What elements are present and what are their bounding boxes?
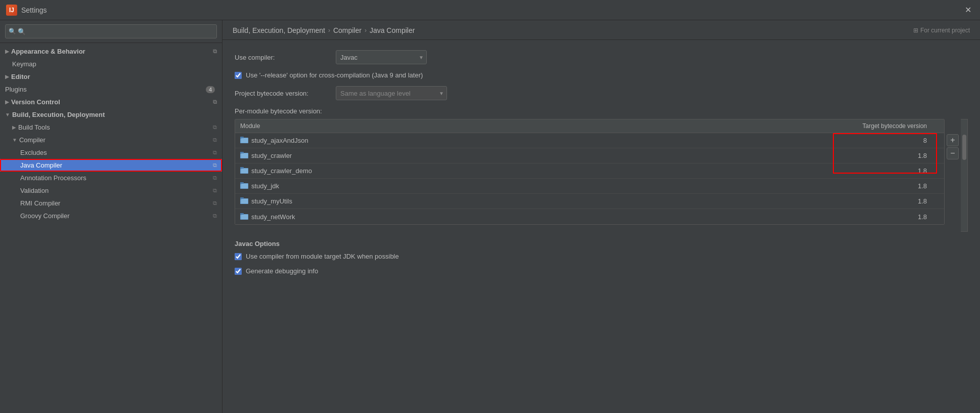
svg-rect-8 (241, 169, 248, 173)
table-body: study_ajaxAndJson 8 (235, 133, 944, 224)
sidebar-item-label: Plugins (5, 86, 206, 93)
module-version: 1.8 (833, 195, 944, 208)
module-name: study_netWork (235, 210, 833, 224)
folder-icon (240, 197, 248, 205)
module-table: Module Target bytecode version (235, 119, 945, 225)
sidebar-item-label: Groovy Compiler (20, 212, 213, 220)
sidebar-item-java-compiler[interactable]: Java Compiler ⧉ (0, 159, 222, 172)
javac-checkbox1[interactable] (235, 253, 242, 260)
folder-icon (240, 167, 248, 175)
copy-icon: ⧉ (213, 187, 217, 194)
table-row[interactable]: study_crawler_demo 1.8 (235, 163, 944, 179)
chevron-right-icon: ▶ (5, 49, 9, 54)
sidebar-item-keymap[interactable]: Keymap (0, 58, 222, 70)
table-header: Module Target bytecode version (235, 119, 944, 133)
panel-content: Use compiler: Javac ▼ Use '--release' op… (222, 40, 980, 413)
bytecode-version-label: Project bytecode version: (235, 90, 336, 97)
module-name: study_crawler_demo (235, 164, 833, 178)
svg-rect-17 (241, 215, 248, 219)
javac-options-section: Javac Options Use compiler from module t… (235, 240, 968, 275)
close-button[interactable]: ✕ (962, 4, 974, 16)
per-module-section: Per-module bytecode version: Module Targ… (235, 107, 968, 232)
sidebar-item-build-exec[interactable]: ▼ Build, Execution, Deployment (0, 108, 222, 121)
breadcrumb-part-1: Build, Execution, Deployment (233, 26, 325, 34)
chevron-right-icon: ▶ (5, 99, 9, 105)
sidebar-tree: ▶ Appearance & Behavior ⧉ Keymap ▶ Edito… (0, 43, 222, 413)
table-row[interactable]: study_netWork 1.8 (235, 209, 944, 224)
sidebar-item-validation[interactable]: Validation ⧉ (0, 184, 222, 197)
svg-rect-2 (241, 138, 248, 143)
bytecode-version-row: Project bytecode version: Same as langua… (235, 86, 968, 100)
bytecode-version-select[interactable]: Same as language level (336, 86, 447, 100)
titlebar: IJ Settings ✕ (0, 0, 980, 20)
chevron-right-icon: ▶ (5, 74, 9, 79)
sidebar-item-build-tools[interactable]: ▶ Build Tools ⧉ (0, 121, 222, 134)
sidebar: 🔍 ▶ Appearance & Behavior ⧉ Keymap ▶ (0, 20, 222, 413)
breadcrumb-part-3: Java Compiler (370, 26, 415, 34)
chevron-down-icon: ▼ (12, 137, 17, 143)
javac-checkbox1-row: Use compiler from module target JDK when… (235, 253, 968, 260)
search-icon: 🔍 (9, 28, 16, 35)
plugins-badge: 4 (206, 86, 215, 93)
search-wrapper: 🔍 (5, 24, 217, 38)
module-name: study_jdk (235, 179, 833, 193)
col-module-header: Module (235, 119, 826, 133)
sidebar-item-label: Appearance & Behavior (11, 48, 85, 55)
breadcrumb-project: ⊞ For current project (913, 27, 970, 34)
compiler-select[interactable]: Javac (336, 50, 427, 64)
scrollbar-spacer (937, 119, 944, 133)
main-panel: Build, Execution, Deployment › Compiler … (222, 20, 980, 413)
chevron-right-icon: ▶ (12, 125, 16, 130)
copy-icon: ⧉ (213, 213, 217, 219)
module-name: study_myUtils (235, 194, 833, 208)
remove-row-button[interactable]: − (947, 147, 959, 159)
search-input[interactable] (5, 24, 217, 38)
table-row[interactable]: study_myUtils 1.8 (235, 194, 944, 209)
sidebar-item-label: Build Tools (18, 123, 213, 131)
sidebar-item-excludes[interactable]: Excludes ⧉ (0, 146, 222, 159)
svg-rect-11 (241, 184, 248, 188)
sidebar-item-label: RMI Compiler (20, 199, 213, 207)
sidebar-item-editor[interactable]: ▶ Editor (0, 70, 222, 83)
table-row[interactable]: study_ajaxAndJson 8 (235, 133, 944, 148)
add-row-button[interactable]: + (947, 134, 959, 146)
sidebar-item-label: Annotation Processors (20, 174, 213, 182)
table-row[interactable]: study_jdk 1.8 (235, 179, 944, 194)
sidebar-item-version-control[interactable]: ▶ Version Control ⧉ (0, 96, 222, 108)
scrollbar-thumb[interactable] (962, 135, 966, 160)
svg-rect-5 (241, 153, 248, 158)
folder-icon (240, 213, 248, 221)
table-area: Module Target bytecode version (235, 119, 968, 232)
table-scrollbar (961, 119, 968, 232)
module-name: study_crawler (235, 149, 833, 162)
sidebar-item-rmi-compiler[interactable]: RMI Compiler ⧉ (0, 197, 222, 210)
svg-rect-14 (241, 199, 248, 203)
breadcrumb-part-2: Compiler (333, 26, 362, 34)
copy-icon: ⧉ (213, 48, 217, 55)
sidebar-item-appearance[interactable]: ▶ Appearance & Behavior ⧉ (0, 45, 222, 58)
breadcrumb: Build, Execution, Deployment › Compiler … (222, 20, 980, 40)
release-option-checkbox[interactable] (235, 72, 242, 79)
copy-icon: ⧉ (213, 149, 217, 156)
sidebar-item-label: Compiler (19, 136, 213, 144)
copy-icon: ⧉ (213, 175, 217, 181)
sidebar-item-plugins[interactable]: Plugins 4 (0, 83, 222, 96)
col-version-header: Target bytecode version (826, 119, 937, 133)
sidebar-item-java-compiler-wrapper: Java Compiler ⧉ (0, 159, 222, 172)
table-row[interactable]: study_crawler 1.8 (235, 148, 944, 163)
sidebar-item-label: Editor (11, 73, 30, 80)
project-label: For current project (920, 27, 970, 34)
titlebar-left: IJ Settings (6, 5, 47, 16)
javac-options-title: Javac Options (235, 240, 968, 247)
module-version: 1.8 (833, 211, 944, 223)
folder-icon (240, 151, 248, 160)
sidebar-item-annotation-processors[interactable]: Annotation Processors ⧉ (0, 172, 222, 184)
javac-checkbox2-label: Generate debugging info (246, 267, 318, 275)
sidebar-item-compiler[interactable]: ▼ Compiler ⧉ (0, 134, 222, 146)
settings-window: IJ Settings ✕ 🔍 ▶ Appearance & Behavior … (0, 0, 980, 413)
app-icon: IJ (6, 5, 17, 16)
javac-checkbox2[interactable] (235, 268, 242, 275)
chevron-down-icon: ▼ (5, 112, 10, 117)
sidebar-item-groovy-compiler[interactable]: Groovy Compiler ⧉ (0, 210, 222, 222)
per-module-label: Per-module bytecode version: (235, 107, 968, 115)
